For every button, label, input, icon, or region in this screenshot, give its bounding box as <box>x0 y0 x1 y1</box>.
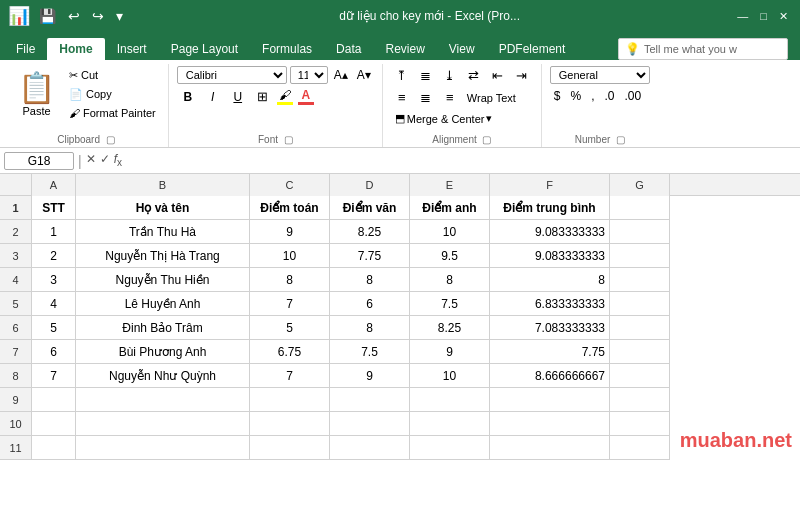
cell-e9[interactable] <box>410 388 490 412</box>
cell-d2[interactable]: 8.25 <box>330 220 410 244</box>
cell-e2[interactable]: 10 <box>410 220 490 244</box>
cell-b8[interactable]: Nguyễn Như Quỳnh <box>76 364 250 388</box>
cell-c2[interactable]: 9 <box>250 220 330 244</box>
cell-g1[interactable] <box>610 196 670 220</box>
align-left-btn[interactable]: ≡ <box>391 88 413 107</box>
cell-e4[interactable]: 8 <box>410 268 490 292</box>
fill-color-button[interactable]: 🖌 <box>277 88 293 105</box>
tab-view[interactable]: View <box>437 38 487 60</box>
cell-e6[interactable]: 8.25 <box>410 316 490 340</box>
align-center-btn[interactable]: ≣ <box>415 88 437 107</box>
cell-f6[interactable]: 7.083333333 <box>490 316 610 340</box>
cell-b1[interactable]: Họ và tên <box>76 196 250 220</box>
cell-e10[interactable] <box>410 412 490 436</box>
cell-b4[interactable]: Nguyễn Thu Hiền <box>76 268 250 292</box>
format-painter-button[interactable]: 🖌 Format Painter <box>65 105 160 121</box>
col-header-e[interactable]: E <box>410 174 490 196</box>
cell-c8[interactable]: 7 <box>250 364 330 388</box>
cell-c7[interactable]: 6.75 <box>250 340 330 364</box>
col-header-c[interactable]: C <box>250 174 330 196</box>
cell-f4[interactable]: 8 <box>490 268 610 292</box>
comma-btn[interactable]: , <box>587 87 598 105</box>
font-size-increase-btn[interactable]: A▴ <box>331 67 351 83</box>
currency-btn[interactable]: $ <box>550 87 565 105</box>
tab-review[interactable]: Review <box>373 38 436 60</box>
tab-data[interactable]: Data <box>324 38 373 60</box>
qat-more-btn[interactable]: ▾ <box>113 8 126 24</box>
cut-button[interactable]: ✂ Cut <box>65 67 160 84</box>
cell-e5[interactable]: 7.5 <box>410 292 490 316</box>
indent-decrease-btn[interactable]: ⇤ <box>487 66 509 85</box>
col-header-a[interactable]: A <box>32 174 76 196</box>
formula-input[interactable] <box>126 153 796 169</box>
cell-b11[interactable] <box>76 436 250 460</box>
cell-b2[interactable]: Trần Thu Hà <box>76 220 250 244</box>
cell-a4[interactable]: 3 <box>32 268 76 292</box>
cell-d7[interactable]: 7.5 <box>330 340 410 364</box>
cell-a8[interactable]: 7 <box>32 364 76 388</box>
cell-c9[interactable] <box>250 388 330 412</box>
cell-d11[interactable] <box>330 436 410 460</box>
border-button[interactable]: ⊞ <box>252 87 274 106</box>
cancel-formula-icon[interactable]: ✕ <box>86 152 96 168</box>
align-middle-btn[interactable]: ≣ <box>415 66 437 85</box>
maximize-btn[interactable]: □ <box>756 8 771 24</box>
tab-home[interactable]: Home <box>47 38 104 60</box>
cell-g2[interactable] <box>610 220 670 244</box>
cell-reference-box[interactable]: G18 <box>4 152 74 170</box>
cell-g11[interactable] <box>610 436 670 460</box>
cell-f10[interactable] <box>490 412 610 436</box>
cell-a1[interactable]: STT <box>32 196 76 220</box>
cell-a7[interactable]: 6 <box>32 340 76 364</box>
undo-qat-btn[interactable]: ↩ <box>65 8 83 24</box>
cell-e1[interactable]: Điểm anh <box>410 196 490 220</box>
italic-button[interactable]: I <box>202 88 224 106</box>
cell-a5[interactable]: 4 <box>32 292 76 316</box>
tab-formulas[interactable]: Formulas <box>250 38 324 60</box>
cell-d8[interactable]: 9 <box>330 364 410 388</box>
cell-b6[interactable]: Đinh Bảo Trâm <box>76 316 250 340</box>
cell-d3[interactable]: 7.75 <box>330 244 410 268</box>
cell-f2[interactable]: 9.083333333 <box>490 220 610 244</box>
cell-b5[interactable]: Lê Huyền Anh <box>76 292 250 316</box>
cell-e11[interactable] <box>410 436 490 460</box>
cell-f1[interactable]: Điểm trung bình <box>490 196 610 220</box>
font-size-select[interactable]: 11 <box>290 66 328 84</box>
align-top-btn[interactable]: ⤒ <box>391 66 413 85</box>
number-format-select[interactable]: General <box>550 66 650 84</box>
cell-e8[interactable]: 10 <box>410 364 490 388</box>
tellme-search-box[interactable]: 💡 Tell me what you w <box>618 38 788 60</box>
cell-f3[interactable]: 9.083333333 <box>490 244 610 268</box>
cell-f9[interactable] <box>490 388 610 412</box>
cell-a10[interactable] <box>32 412 76 436</box>
col-header-g[interactable]: G <box>610 174 670 196</box>
cell-c1[interactable]: Điểm toán <box>250 196 330 220</box>
col-header-d[interactable]: D <box>330 174 410 196</box>
cell-c11[interactable] <box>250 436 330 460</box>
minimize-btn[interactable]: — <box>733 8 752 24</box>
percent-btn[interactable]: % <box>566 87 585 105</box>
cell-c6[interactable]: 5 <box>250 316 330 340</box>
tab-file[interactable]: File <box>4 38 47 60</box>
col-header-f[interactable]: F <box>490 174 610 196</box>
merge-center-btn[interactable]: ⬒ Merge & Center ▾ <box>391 110 497 127</box>
cell-d5[interactable]: 6 <box>330 292 410 316</box>
cell-g9[interactable] <box>610 388 670 412</box>
cell-c10[interactable] <box>250 412 330 436</box>
underline-button[interactable]: U <box>227 88 249 106</box>
cell-b7[interactable]: Bùi Phương Anh <box>76 340 250 364</box>
cell-d10[interactable] <box>330 412 410 436</box>
cell-f5[interactable]: 6.833333333 <box>490 292 610 316</box>
cell-e3[interactable]: 9.5 <box>410 244 490 268</box>
cell-a3[interactable]: 2 <box>32 244 76 268</box>
decimal-decrease-btn[interactable]: .00 <box>621 87 646 105</box>
cell-g8[interactable] <box>610 364 670 388</box>
cell-d9[interactable] <box>330 388 410 412</box>
cell-f11[interactable] <box>490 436 610 460</box>
indent-increase-btn[interactable]: ⇥ <box>511 66 533 85</box>
cell-g5[interactable] <box>610 292 670 316</box>
paste-button[interactable]: 📋 Paste <box>12 66 61 121</box>
cell-d1[interactable]: Điểm văn <box>330 196 410 220</box>
cell-d4[interactable]: 8 <box>330 268 410 292</box>
tab-pdfelement[interactable]: PDFelement <box>487 38 578 60</box>
